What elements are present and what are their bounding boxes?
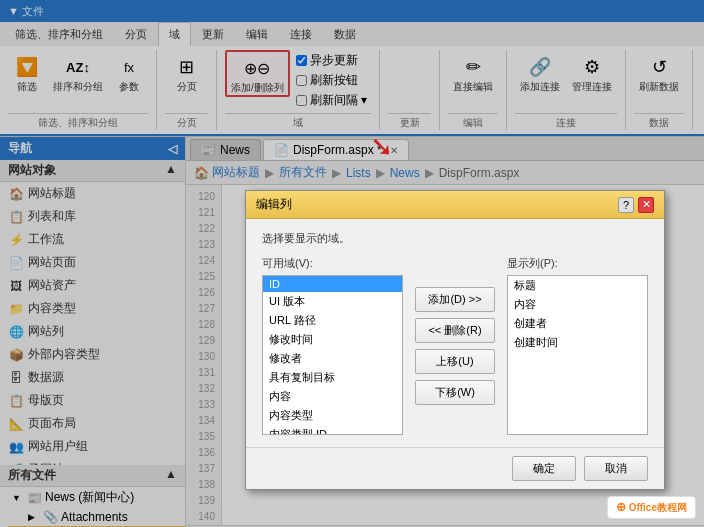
watermark: ⊕ Office教程网 xyxy=(607,496,696,519)
dialog-available-item-url[interactable]: URL 路径 xyxy=(263,311,402,330)
dialog-available-item-contenttypeid[interactable]: 内容类型 ID xyxy=(263,425,402,435)
dialog-title: 编辑列 xyxy=(256,196,292,213)
dialog-controls: ? ✕ xyxy=(618,197,654,213)
dialog-display-item-title[interactable]: 标题 xyxy=(508,276,647,295)
arrow-indicator: ➘ xyxy=(370,130,393,163)
dialog-available-label: 可用域(V): xyxy=(262,256,403,271)
dialog-help-button[interactable]: ? xyxy=(618,197,634,213)
dialog-columns: 可用域(V): ID UI 版本 URL 路径 修改时间 修改者 具有复制目标 … xyxy=(262,256,648,435)
dialog-moveup-button[interactable]: 上移(U) xyxy=(415,349,495,374)
dialog-available-item-content[interactable]: 内容 xyxy=(263,387,402,406)
dialog-body: 选择要显示的域。 可用域(V): ID UI 版本 URL 路径 修改时间 修改… xyxy=(246,219,664,447)
dialog-available-item-modtime[interactable]: 修改时间 xyxy=(263,330,402,349)
dialog-available-item-id[interactable]: ID xyxy=(263,276,402,292)
dialog-close-button[interactable]: ✕ xyxy=(638,197,654,213)
dialog-display-item-createtime[interactable]: 创建时间 xyxy=(508,333,647,352)
dialog-titlebar: 编辑列 ? ✕ xyxy=(246,191,664,219)
dialog-ok-button[interactable]: 确定 xyxy=(512,456,576,481)
dialog-remove-button[interactable]: << 删除(R) xyxy=(415,318,495,343)
dialog-cancel-button[interactable]: 取消 xyxy=(584,456,648,481)
dialog-available-item-contenttype[interactable]: 内容类型 xyxy=(263,406,402,425)
dialog-available-col: 可用域(V): ID UI 版本 URL 路径 修改时间 修改者 具有复制目标 … xyxy=(262,256,403,435)
dialog-display-item-content[interactable]: 内容 xyxy=(508,295,647,314)
dialog-display-col: 显示列(P): 标题 内容 创建者 创建时间 xyxy=(507,256,648,435)
dialog-available-listbox[interactable]: ID UI 版本 URL 路径 修改时间 修改者 具有复制目标 内容 内容类型 … xyxy=(262,275,403,435)
dialog-add-button[interactable]: 添加(D) >> xyxy=(415,287,495,312)
dialog-available-item-ui[interactable]: UI 版本 xyxy=(263,292,402,311)
dialog-footer: 确定 取消 xyxy=(246,447,664,489)
office-icon: ⊕ xyxy=(616,500,626,514)
dialog-display-listbox[interactable]: 标题 内容 创建者 创建时间 xyxy=(507,275,648,435)
edit-columns-dialog: 编辑列 ? ✕ 选择要显示的域。 可用域(V): ID UI 版本 URL 路径… xyxy=(245,190,665,490)
dialog-available-item-copytarget[interactable]: 具有复制目标 xyxy=(263,368,402,387)
dialog-display-item-creator[interactable]: 创建者 xyxy=(508,314,647,333)
dialog-overlay: ➘ 编辑列 ? ✕ 选择要显示的域。 可用域(V): ID UI 版本 URL … xyxy=(0,0,704,527)
dialog-display-label: 显示列(P): xyxy=(507,256,648,271)
dialog-description: 选择要显示的域。 xyxy=(262,231,648,246)
dialog-middle-buttons: 添加(D) >> << 删除(R) 上移(U) 下移(W) xyxy=(415,256,495,435)
dialog-movedown-button[interactable]: 下移(W) xyxy=(415,380,495,405)
dialog-available-item-modifier[interactable]: 修改者 xyxy=(263,349,402,368)
